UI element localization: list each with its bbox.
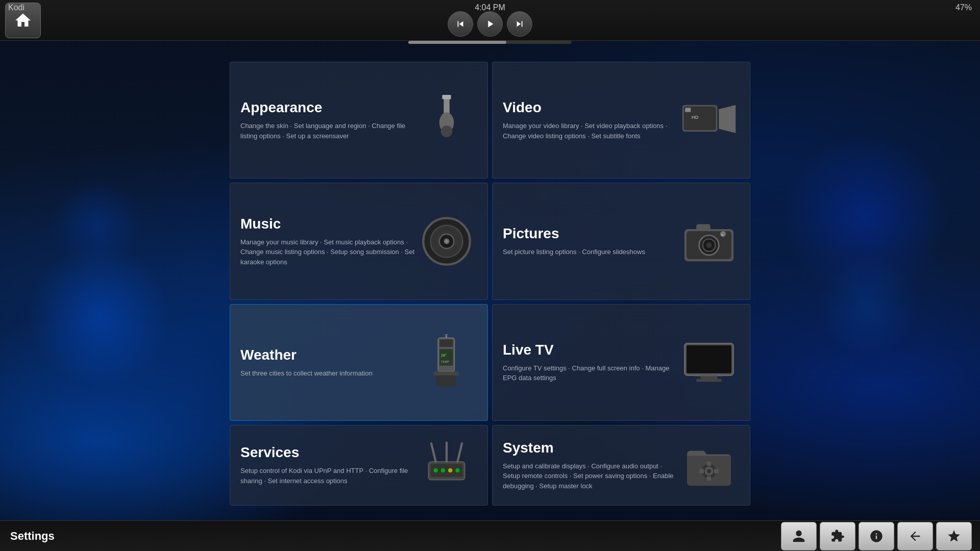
card-services-icon [416, 435, 477, 496]
card-music-title: Music [240, 216, 416, 232]
svg-rect-34 [696, 379, 722, 382]
svg-rect-23 [439, 340, 453, 347]
camera-icon: ● [681, 218, 737, 264]
svg-point-43 [448, 468, 453, 473]
card-weather-desc: Set three cities to collect weather info… [240, 368, 416, 379]
battery-display: 47% [955, 3, 972, 12]
card-weather-text: Weather Set three cities to collect weat… [240, 347, 416, 379]
svg-point-13 [445, 240, 448, 243]
card-music-desc: Manage your music library · Set music pl… [240, 237, 416, 267]
card-pictures[interactable]: Pictures Set picture listing options · C… [492, 183, 750, 299]
tv-icon [681, 338, 737, 387]
card-system-title: System [503, 440, 678, 456]
prev-icon [455, 18, 466, 30]
info-icon [869, 529, 884, 543]
card-weather-title: Weather [240, 347, 416, 363]
settings-label: Settings [0, 530, 781, 543]
card-pictures-text: Pictures Set picture listing options · C… [503, 226, 678, 257]
info-button[interactable] [859, 522, 894, 550]
svg-rect-48 [707, 462, 712, 466]
svg-line-38 [431, 443, 436, 462]
card-services-title: Services [240, 444, 416, 461]
card-appearance-icon [416, 90, 477, 151]
card-pictures-title: Pictures [503, 226, 678, 242]
svg-point-47 [707, 469, 712, 473]
card-video-icon: HD [678, 90, 740, 151]
card-appearance-title: Appearance [240, 99, 416, 116]
weather-station-icon: 28° TEMP [424, 334, 470, 390]
progress-bar-container [408, 41, 572, 44]
media-controls [448, 11, 532, 37]
svg-line-40 [457, 443, 462, 462]
profile-button[interactable] [781, 522, 817, 550]
svg-point-19 [706, 242, 712, 248]
card-services-text: Services Setup control of Kodi via UPnP … [240, 444, 416, 486]
card-pictures-desc: Set picture listing options · Configure … [503, 247, 678, 257]
speaker-icon [421, 216, 472, 267]
back-button[interactable] [897, 522, 933, 550]
card-appearance-desc: Change the skin · Set language and regio… [240, 121, 416, 141]
svg-text:HD: HD [692, 114, 699, 120]
progress-bar-fill [408, 41, 506, 44]
card-livetv-text: Live TV Configure TV settings · Change f… [503, 342, 678, 383]
router-icon [421, 440, 472, 491]
settings-grid: Appearance Change the skin · Set languag… [230, 62, 750, 506]
home-icon [14, 11, 32, 30]
app-title: Kodi [8, 3, 24, 12]
svg-text:TEMP: TEMP [441, 360, 449, 363]
card-music[interactable]: Music Manage your music library · Set mu… [230, 183, 488, 299]
addons-button[interactable] [820, 522, 855, 550]
play-button[interactable] [477, 11, 503, 37]
videocam-icon: HD [681, 97, 737, 143]
svg-rect-32 [687, 345, 731, 373]
svg-rect-7 [685, 108, 691, 112]
star-icon [947, 529, 961, 543]
svg-text:28°: 28° [441, 353, 447, 358]
card-appearance-text: Appearance Change the skin · Set languag… [240, 99, 416, 141]
svg-rect-49 [707, 476, 712, 481]
svg-point-41 [433, 468, 438, 473]
svg-rect-27 [433, 372, 459, 375]
main-content: Appearance Change the skin · Set languag… [0, 47, 980, 520]
card-weather-icon: 28° TEMP [416, 332, 477, 393]
svg-point-2 [441, 126, 453, 137]
card-system-text: System Setup and calibrate displays · Co… [503, 440, 678, 491]
svg-rect-28 [436, 375, 456, 387]
card-pictures-icon: ● [678, 211, 740, 272]
play-icon [484, 18, 496, 30]
card-livetv-title: Live TV [503, 342, 678, 358]
prev-button[interactable] [448, 11, 473, 37]
back-icon [908, 529, 922, 543]
puzzle-icon [830, 529, 845, 543]
gear-icon [683, 440, 734, 491]
card-video-title: Video [503, 99, 678, 116]
svg-rect-16 [696, 224, 710, 231]
card-services-desc: Setup control of Kodi via UPnP and HTTP … [240, 466, 416, 486]
svg-point-42 [441, 468, 446, 473]
card-video-text: Video Manage your video library · Set vi… [503, 99, 678, 141]
card-video-desc: Manage your video library · Set video pl… [503, 121, 678, 141]
topbar: Kodi 4:04 PM 47% [0, 0, 980, 41]
next-button[interactable] [507, 11, 532, 37]
card-livetv[interactable]: Live TV Configure TV settings · Change f… [492, 304, 750, 421]
favorites-button[interactable] [936, 522, 972, 550]
svg-rect-50 [699, 469, 704, 473]
card-music-text: Music Manage your music library · Set mu… [240, 216, 416, 267]
card-services[interactable]: Services Setup control of Kodi via UPnP … [230, 425, 488, 506]
profile-icon [792, 529, 806, 543]
card-livetv-desc: Configure TV settings · Change full scre… [503, 363, 678, 383]
card-video[interactable]: Video Manage your video library · Set vi… [492, 62, 750, 179]
svg-text:●: ● [721, 233, 723, 237]
card-system-icon [678, 435, 740, 496]
card-system[interactable]: System Setup and calibrate displays · Co… [492, 425, 750, 506]
card-weather[interactable]: Weather Set three cities to collect weat… [230, 304, 488, 421]
card-appearance[interactable]: Appearance Change the skin · Set languag… [230, 62, 488, 179]
paintbrush-icon [424, 95, 470, 146]
card-music-icon [416, 211, 477, 272]
svg-rect-51 [714, 469, 719, 473]
svg-rect-3 [442, 95, 451, 99]
card-livetv-icon [678, 332, 740, 393]
svg-marker-6 [719, 105, 736, 133]
bottombar: Settings [0, 520, 980, 551]
card-system-desc: Setup and calibrate displays · Configure… [503, 461, 678, 491]
